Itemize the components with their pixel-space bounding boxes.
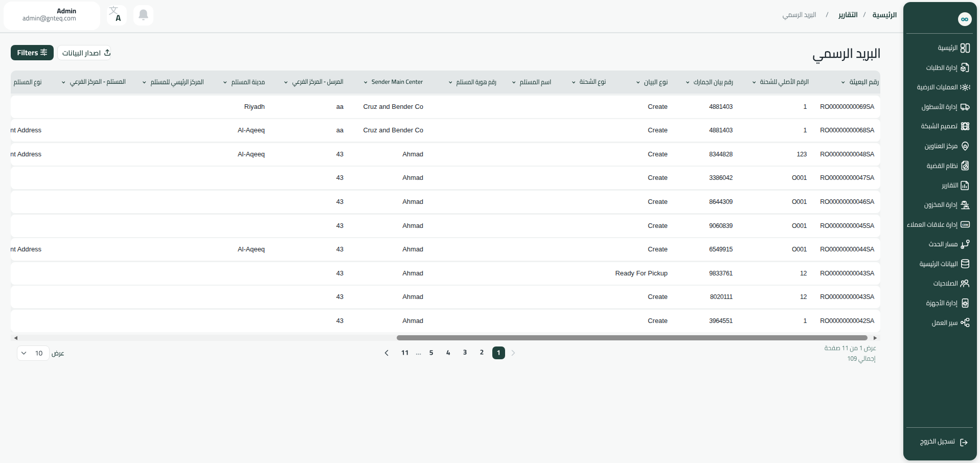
svg-text:CRM: CRM — [962, 223, 968, 226]
